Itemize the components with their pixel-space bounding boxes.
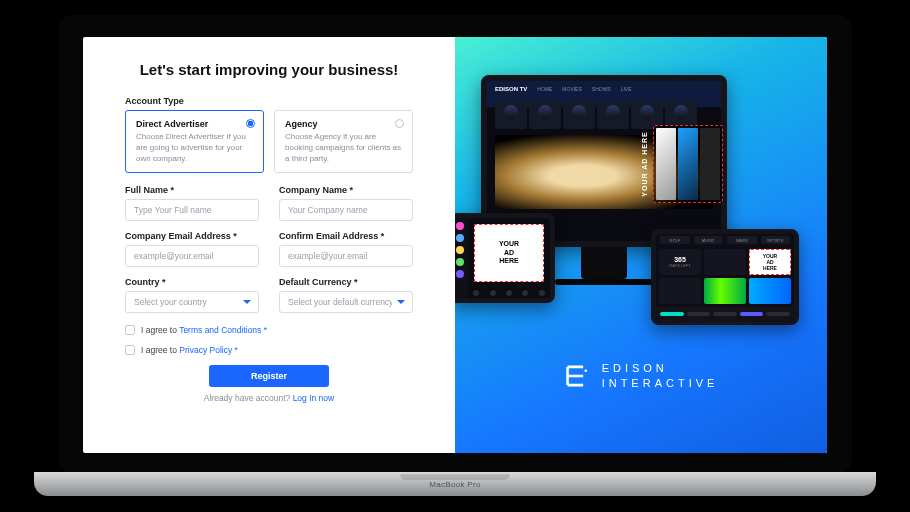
- laptop-base: MacBook Pro: [34, 472, 876, 496]
- country-select[interactable]: [125, 291, 259, 313]
- confirm-email-input[interactable]: [279, 245, 413, 267]
- svg-point-0: [584, 370, 587, 373]
- login-link[interactable]: Log In now: [293, 393, 335, 403]
- brand-line1: EDISON: [602, 361, 719, 376]
- logo-icon: [564, 363, 590, 389]
- currency-select[interactable]: [279, 291, 413, 313]
- radio-icon: [246, 119, 255, 128]
- ad-strip: YOUR AD HERE: [653, 125, 723, 203]
- company-name-label: Company Name *: [279, 185, 413, 195]
- ad-strip-label: YOUR AD HERE: [641, 131, 648, 196]
- page-title: Let's start improving your business!: [125, 61, 413, 78]
- currency-label: Default Currency *: [279, 277, 413, 287]
- dash-stat: 365DAYS LEFT: [659, 249, 701, 275]
- brand-line2: INTERACTIVE: [602, 376, 719, 391]
- company-email-input[interactable]: [125, 245, 259, 267]
- full-name-input[interactable]: [125, 199, 259, 221]
- laptop-model-label: MacBook Pro: [34, 480, 876, 489]
- terms-checkbox-row[interactable]: I agree to Terms and Conditions *: [125, 325, 413, 335]
- account-type-title: Direct Advertiser: [136, 119, 253, 129]
- company-email-label: Company Email Address *: [125, 231, 259, 241]
- promo-tablet-right: GOLFMUSICNEWSSPORTS 365DAYS LEFT YOUR AD…: [651, 229, 799, 325]
- promo-panel: EDISON TV HOMEMOVIESSHOWSLIVE YOUR AD HE…: [455, 37, 827, 453]
- brand-logo: EDISON INTERACTIVE: [564, 361, 719, 391]
- registration-form: Let's start improving your business! Acc…: [83, 37, 455, 453]
- tablet-ad: YOUR AD HERE: [474, 224, 544, 282]
- tv-brand: EDISON TV: [495, 86, 527, 92]
- account-type-desc: Choose Direct Advertiser if you are goin…: [136, 132, 253, 164]
- account-type-desc: Choose Agency if you are booking campaig…: [285, 132, 402, 164]
- account-type-direct-advertiser[interactable]: Direct Advertiser Choose Direct Advertis…: [125, 110, 264, 173]
- privacy-link[interactable]: Privacy Policy *: [179, 345, 238, 355]
- full-name-label: Full Name *: [125, 185, 259, 195]
- country-label: Country *: [125, 277, 259, 287]
- promo-tablet-left: YOUR AD HERE: [455, 213, 555, 303]
- account-type-agency[interactable]: Agency Choose Agency if you are booking …: [274, 110, 413, 173]
- monitor-stand: [581, 247, 627, 279]
- checkbox-icon[interactable]: [125, 345, 135, 355]
- terms-link[interactable]: Terms and Conditions *: [179, 325, 267, 335]
- radio-icon: [395, 119, 404, 128]
- register-button[interactable]: Register: [209, 365, 330, 387]
- privacy-checkbox-row[interactable]: I agree to Privacy Policy *: [125, 345, 413, 355]
- account-type-title: Agency: [285, 119, 402, 129]
- account-type-label: Account Type: [125, 96, 413, 106]
- terms-text: I agree to Terms and Conditions *: [141, 325, 267, 335]
- login-prompt: Already have account? Log In now: [125, 393, 413, 403]
- confirm-email-label: Confirm Email Address *: [279, 231, 413, 241]
- company-name-input[interactable]: [279, 199, 413, 221]
- checkbox-icon[interactable]: [125, 325, 135, 335]
- privacy-text: I agree to Privacy Policy *: [141, 345, 238, 355]
- dash-ad: YOUR AD HERE: [749, 249, 791, 275]
